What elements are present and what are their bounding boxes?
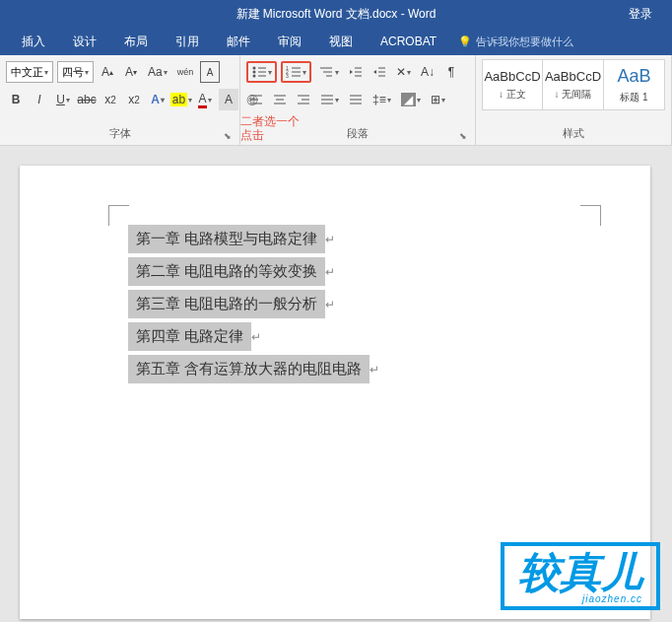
highlight-button[interactable]: ab▾ <box>171 89 191 110</box>
superscript-button[interactable]: x2 <box>124 89 144 110</box>
style-heading-1[interactable]: AaB 标题 1 <box>604 59 665 110</box>
character-border-button[interactable]: A <box>200 61 220 83</box>
align-left-icon <box>249 94 263 105</box>
align-center-icon <box>273 94 287 105</box>
font-group-label: 字体 ⬊ <box>6 124 234 143</box>
justify-icon <box>320 94 334 105</box>
font-color-button[interactable]: A▾ <box>195 89 215 110</box>
tab-layout[interactable]: 布局 <box>110 28 162 56</box>
italic-button[interactable]: I <box>30 89 49 110</box>
toc-line-1[interactable]: 第一章 电路模型与电路定律 <box>128 225 325 253</box>
distributed-button[interactable] <box>346 89 366 110</box>
font-dialog-launcher-icon[interactable]: ⬊ <box>224 131 232 141</box>
paragraph-mark-icon: ↵ <box>325 265 335 279</box>
bullets-button[interactable]: ▾ <box>246 61 277 83</box>
increase-indent-button[interactable] <box>370 61 389 83</box>
tab-insert[interactable]: 插入 <box>8 28 59 56</box>
strikethrough-button[interactable]: abc <box>77 89 97 110</box>
document-area[interactable]: 第一章 电路模型与电路定律↵ 第二章 电阻电路的等效变换↵ 第三章 电阻电路的一… <box>0 146 672 622</box>
toc-line-2[interactable]: 第二章 电阻电路的等效变换 <box>128 257 325 286</box>
svg-text:3: 3 <box>286 73 289 79</box>
phonetic-guide-button[interactable]: wén <box>174 61 197 83</box>
decrease-indent-icon <box>349 65 363 79</box>
annotation-text: 二者选一个点击 <box>240 114 300 143</box>
ribbon-tabs: 插入 设计 布局 引用 邮件 审阅 视图 ACROBAT 💡 告诉我你想要做什么 <box>0 28 672 55</box>
svg-point-2 <box>253 71 256 74</box>
font-name-combo[interactable]: 中文正▾ <box>6 61 53 83</box>
decrease-indent-button[interactable] <box>346 61 366 83</box>
justify-button[interactable]: ▾ <box>317 89 342 110</box>
character-shading-button[interactable]: A <box>219 89 238 110</box>
change-case-button[interactable]: Aa▾ <box>145 61 170 83</box>
bold-button[interactable]: B <box>6 89 26 110</box>
toc-content: 第一章 电路模型与电路定律↵ 第二章 电阻电路的等效变换↵ 第三章 电阻电路的一… <box>128 225 581 387</box>
svg-point-4 <box>253 75 256 78</box>
tell-me-label: 告诉我你想要做什么 <box>476 35 573 49</box>
tell-me-search[interactable]: 💡 告诉我你想要做什么 <box>458 35 573 49</box>
titlebar: 新建 Microsoft Word 文档.docx - Word 登录 <box>0 0 672 28</box>
multilevel-list-button[interactable]: ▾ <box>315 61 342 83</box>
style-normal[interactable]: AaBbCcD ↓ 正文 <box>482 59 543 110</box>
tab-view[interactable]: 视图 <box>315 28 367 56</box>
numbering-button[interactable]: 123 ▾ <box>281 61 311 83</box>
shrink-font-button[interactable]: A▾ <box>121 61 141 83</box>
align-right-icon <box>297 94 310 105</box>
tab-review[interactable]: 审阅 <box>264 28 315 56</box>
toc-line-3[interactable]: 第三章 电阻电路的一般分析 <box>128 290 325 318</box>
font-group: 中文正▾ 四号▾ A▴ A▾ Aa▾ wén A B I U▾ abc x2 x… <box>0 55 240 145</box>
window-title: 新建 Microsoft Word 文档.docx - Word <box>236 6 437 23</box>
increase-indent-icon <box>372 65 386 79</box>
paragraph-mark-icon: ↵ <box>251 330 261 344</box>
align-center-button[interactable] <box>270 89 290 110</box>
page[interactable]: 第一章 电路模型与电路定律↵ 第二章 电阻电路的等效变换↵ 第三章 电阻电路的一… <box>20 166 650 619</box>
line-spacing-button[interactable]: ‡≡▾ <box>370 89 394 110</box>
tab-references[interactable]: 引用 <box>162 28 213 56</box>
lightbulb-icon: 💡 <box>458 35 472 48</box>
shading-button[interactable]: ◢▾ <box>398 89 424 110</box>
distributed-icon <box>349 94 363 105</box>
tab-design[interactable]: 设计 <box>59 28 110 56</box>
paragraph-mark-icon: ↵ <box>325 298 335 311</box>
toc-line-5[interactable]: 第五章 含有运算放大器的电阻电路 <box>128 355 370 383</box>
font-size-combo[interactable]: 四号▾ <box>57 61 94 83</box>
paragraph-mark-icon: ↵ <box>325 233 335 246</box>
numbering-icon: 123 <box>286 65 302 79</box>
login-link[interactable]: 登录 <box>629 6 652 23</box>
toc-line-4[interactable]: 第四章 电路定律 <box>128 322 251 351</box>
ribbon: 中文正▾ 四号▾ A▴ A▾ Aa▾ wén A B I U▾ abc x2 x… <box>0 55 672 146</box>
svg-point-0 <box>253 67 256 70</box>
paragraph-dialog-launcher-icon[interactable]: ⬊ <box>459 131 467 141</box>
styles-group: AaBbCcD ↓ 正文 AaBbCcD ↓ 无间隔 AaB 标题 1 样式 <box>476 55 672 145</box>
tab-acrobat[interactable]: ACROBAT <box>367 29 450 54</box>
grow-font-button[interactable]: A▴ <box>98 61 117 83</box>
subscript-button[interactable]: x2 <box>101 89 120 110</box>
styles-group-label: 样式 <box>482 124 665 143</box>
borders-button[interactable]: ⊞▾ <box>428 89 448 110</box>
styles-gallery: AaBbCcD ↓ 正文 AaBbCcD ↓ 无间隔 AaB 标题 1 <box>482 59 665 110</box>
asian-layout-button[interactable]: ✕▾ <box>393 61 414 83</box>
tab-mailings[interactable]: 邮件 <box>213 28 264 56</box>
paragraph-mark-icon: ↵ <box>370 363 379 377</box>
underline-button[interactable]: U▾ <box>53 89 73 110</box>
style-no-spacing[interactable]: AaBbCcD ↓ 无间隔 <box>543 59 604 110</box>
align-right-button[interactable] <box>294 89 313 110</box>
align-left-button[interactable] <box>246 89 266 110</box>
show-paragraph-marks-button[interactable]: ¶ <box>441 61 461 83</box>
bullets-icon <box>251 65 267 79</box>
text-effects-button[interactable]: A▾ <box>148 89 168 110</box>
sort-button[interactable]: A↓ <box>418 61 437 83</box>
multilevel-list-icon <box>318 65 334 79</box>
